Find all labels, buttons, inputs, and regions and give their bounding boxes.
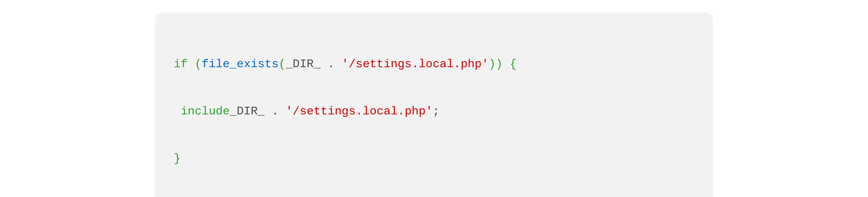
string-literal: '/settings.local.php' (286, 105, 433, 118)
dot-operator: . (272, 105, 279, 118)
keyword-if: if (174, 57, 188, 71)
string-literal: '/settings.local.php' (342, 57, 489, 71)
code-block: if (file_exists(_DIR_ . '/settings.local… (174, 25, 694, 197)
constant-dir: _DIR_ (286, 57, 328, 71)
space (503, 57, 510, 71)
dot-operator: . (328, 57, 335, 71)
paren-close: ) (489, 57, 496, 71)
space (188, 57, 195, 71)
space (335, 57, 342, 71)
code-block-container: if (file_exists(_DIR_ . '/settings.local… (155, 12, 713, 197)
code-line-1: if (file_exists(_DIR_ . '/settings.local… (174, 56, 694, 72)
code-line-3: } (174, 151, 694, 167)
paren-open: ( (279, 57, 286, 71)
code-line-2: include_DIR_ . '/settings.local.php'; (174, 104, 694, 120)
brace-close: } (174, 152, 181, 165)
paren-open: ( (195, 57, 202, 71)
semicolon: ; (433, 105, 440, 118)
brace-open: { (509, 57, 517, 71)
constant-dir: _DIR_ (230, 105, 272, 118)
keyword-include: include (181, 105, 230, 118)
indent (174, 105, 181, 118)
paren-close: ) (496, 57, 503, 71)
function-name: file_exists (202, 57, 279, 71)
space (279, 105, 286, 118)
